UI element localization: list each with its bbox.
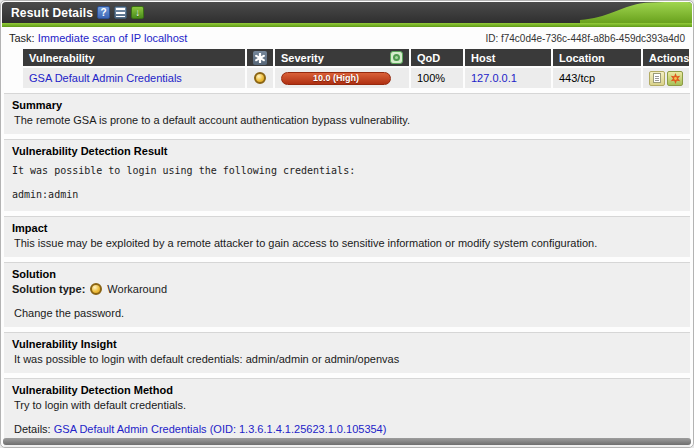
actions-cell: [643, 68, 689, 88]
column-header-location[interactable]: Location: [553, 49, 641, 66]
section-detection-result: Vulnerability Detection Result It was po…: [4, 139, 690, 211]
section-impact: Impact This issue may be exploited by a …: [4, 216, 690, 257]
column-header-vulnerability[interactable]: Vulnerability: [23, 49, 245, 66]
qod-cell: 100%: [411, 68, 463, 88]
column-header-host[interactable]: Host: [465, 49, 551, 66]
severity-header-label: Severity: [281, 52, 324, 64]
download-icon[interactable]: ↓: [131, 6, 144, 19]
impact-text: This issue may be exploited by a remote …: [12, 237, 682, 249]
detection-result-credentials: admin:admin: [12, 189, 682, 200]
task-label: Task:: [9, 32, 35, 44]
help-icon[interactable]: ?: [97, 6, 110, 19]
new-note-icon[interactable]: [649, 71, 665, 86]
result-table: Vulnerability Severity QoD Host: [23, 49, 689, 88]
section-title: Vulnerability Insight: [12, 338, 682, 350]
workaround-icon: [90, 283, 102, 295]
solution-type-asterisk-icon: [253, 51, 267, 65]
column-header-severity[interactable]: Severity: [275, 49, 409, 66]
section-title: Vulnerability Detection Method: [12, 384, 682, 396]
section-summary: Summary The remote GSA is prone to a def…: [4, 93, 690, 134]
details-line: Details: GSA Default Admin Credentials (…: [12, 423, 682, 435]
severity-circle-ring: [393, 54, 400, 61]
section-title: Vulnerability Detection Result: [12, 145, 682, 157]
column-header-actions: Actions: [643, 49, 689, 66]
detail-sections: Summary The remote GSA is prone to a def…: [4, 93, 690, 448]
severity-cell: 10.0 (High): [275, 68, 409, 88]
note-page-glyph: [653, 73, 661, 83]
task-line: Task: Immediate scan of IP localhost: [9, 32, 187, 44]
section-title: Solution: [12, 268, 682, 280]
titlebar: Result Details ? ↓: [2, 2, 692, 23]
table-row: GSA Default Admin Credentials 10.0 (High…: [23, 68, 689, 88]
detection-result-line: It was possible to login using the follo…: [12, 165, 682, 176]
meta-row: Task: Immediate scan of IP localhost ID:…: [1, 27, 693, 48]
workaround-icon: [254, 72, 266, 84]
host-link[interactable]: 127.0.0.1: [471, 72, 517, 84]
section-title: Impact: [12, 222, 682, 234]
result-details-window: Result Details ? ↓ Task: Immediate scan …: [0, 0, 694, 448]
task-link[interactable]: Immediate scan of IP localhost: [38, 32, 188, 44]
green-swoosh-decoration: [580, 2, 692, 23]
summary-text: The remote GSA is prone to a default acc…: [12, 114, 682, 126]
page-title: Result Details: [11, 6, 93, 20]
severity-circle-icon[interactable]: [390, 51, 403, 64]
solution-type-line: Solution type: Workaround: [12, 283, 682, 295]
table-header-row: Vulnerability Severity QoD Host: [23, 49, 689, 66]
column-header-qod[interactable]: QoD: [411, 49, 463, 66]
vulnerability-link[interactable]: GSA Default Admin Credentials: [29, 72, 182, 84]
vulnerability-cell: GSA Default Admin Credentials: [23, 68, 245, 88]
new-override-star-icon[interactable]: [667, 71, 683, 86]
section-solution: Solution Solution type: Workaround Chang…: [4, 262, 690, 327]
detection-method-text: Try to login with default credentials.: [12, 399, 682, 411]
window-bottom-edge: [3, 438, 691, 445]
location-cell: 443/tcp: [553, 68, 641, 88]
id-label: ID:: [485, 33, 498, 44]
insight-text: It was possible to login with default cr…: [12, 353, 682, 365]
severity-bar: 10.0 (High): [281, 72, 391, 85]
section-insight: Vulnerability Insight It was possible to…: [4, 332, 690, 373]
solution-type-cell: [247, 68, 273, 88]
id-value: f74c0d4e-736c-448f-a8b6-459dc393a4d0: [501, 33, 685, 44]
solution-text: Change the password.: [12, 307, 682, 319]
details-oid-link[interactable]: GSA Default Admin Credentials (OID: 1.3.…: [54, 423, 387, 435]
result-id: ID: f74c0d4e-736c-448f-a8b6-459dc393a4d0: [485, 33, 685, 44]
column-header-solution-type[interactable]: [247, 49, 273, 66]
details-label: Details:: [14, 423, 51, 435]
list-icon[interactable]: [114, 6, 127, 19]
solution-type-value: Workaround: [107, 283, 167, 295]
host-cell: 127.0.0.1: [465, 68, 551, 88]
list-icon-lines: [116, 8, 125, 17]
section-title: Summary: [12, 99, 682, 111]
solution-type-label: Solution type:: [12, 283, 85, 295]
